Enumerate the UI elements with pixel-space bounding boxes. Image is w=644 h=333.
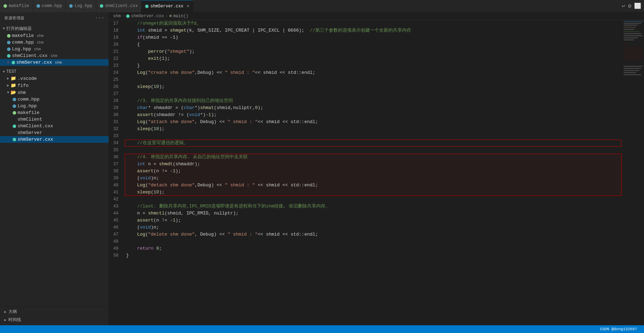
code-line-33 [126,133,623,140]
split-editor-icon[interactable]: ⬜ [634,2,641,9]
sidebar-header-icons: ··· [95,15,104,21]
code-line-50: } [126,252,623,259]
file-icon-shmserver [12,61,15,64]
code-line-25 [126,76,623,83]
breadcrumb-sep1: › [122,14,125,19]
open-file-label-shmclient: shmClient.cxx [12,53,47,58]
section-label-test: TEST [6,69,17,74]
line-number-22: 22 [109,55,121,62]
code-line-38: assert(n != -1); [126,168,623,175]
tab-shmclient[interactable]: shmClient.cxx [96,0,142,12]
sidebar-item-shmserver-bin[interactable]: shmServer [0,129,109,136]
open-file-label-shmserver: shmServer.cxx [17,60,52,65]
sidebar-section-open[interactable]: ▼ 打开的编辑器 [0,24,109,32]
sidebar-header: 资源管理器 ··· [0,12,109,24]
sidebar-item-log-hpp[interactable]: Log.hpp [0,103,109,109]
section-label-open: 打开的编辑器 [6,26,32,32]
sidebar-item-shm[interactable]: ▼ 📂 shm [0,89,109,96]
sidebar-item-shmclient-cxx[interactable]: shmClient.cxx [0,123,109,129]
tab-label-log: Log.hpp [74,4,92,8]
code-container[interactable]: 1718192021222324252627282930313233343536… [109,20,644,325]
sidebar-open-makefile[interactable]: makefile shm [0,32,109,39]
file-dot-shmserver [13,138,16,141]
code-line-40: Log("detach shm done",Debug) << " shmid … [126,182,623,189]
folder-icon-vscode: 📁 [11,76,16,81]
sidebar-item-makefile[interactable]: makefile [0,109,109,116]
open-file-label-makefile: makefile [12,33,34,38]
svg-rect-3 [624,27,636,28]
sidebar-more-icon[interactable]: ··· [95,15,104,21]
timeline-chevron: ▶ [4,318,6,322]
breadcrumb-func-name: main() [173,14,188,19]
tab-label-makefile: makefile [9,4,29,8]
line-number-33: 33 [109,133,121,140]
sidebar-open-log[interactable]: Log.hpp shm [0,46,109,52]
folder-icon-fifo: 📁 [11,83,16,88]
sidebar-item-fifo[interactable]: ▶ 📁 fifo [0,82,109,89]
tab-label-comm: comm.hpp [42,4,62,8]
svg-rect-10 [624,43,626,44]
code-line-18: int shmid = shmget(k, SHM_SIZE, IPC_CREA… [126,27,623,34]
file-dot-empty2 [13,131,16,135]
line-number-41: 41 [109,189,121,196]
line-number-38: 38 [109,168,121,175]
shm-chevron: ▼ [7,91,9,95]
sidebar-item-comm-hpp[interactable]: comm.hpp [0,96,109,103]
tab-close-shmserver[interactable]: × [187,4,189,9]
minimap [623,20,644,325]
line-number-31: 31 [109,119,121,126]
sidebar-outline[interactable]: ▶ 大纲 [4,308,104,316]
timeline-label: 时间线 [8,317,21,323]
sidebar-item-shmclient-bin[interactable]: shmClient [0,116,109,123]
code-line-17: //shmget的返回值取决于fd。 [126,20,623,27]
file-dot-empty1 [13,118,16,121]
tab-shmserver[interactable]: shmServer.cxx × [142,0,193,12]
svg-rect-7 [624,35,643,36]
sidebar-section-test[interactable]: ▼ TEST [0,67,109,75]
code-line-41: sleep(10); [126,189,623,196]
tab-comm-hpp[interactable]: comm.hpp [33,0,66,12]
folder-label-shm: shm [18,90,26,95]
file-label-shmserver-cxx: shmServer.cxx [18,137,53,142]
line-number-39: 39 [109,175,121,182]
tab-log-hpp[interactable]: Log.hpp [66,0,96,12]
code-content: //shmget的返回值取决于fd。 int shmid = shmget(k,… [125,20,623,325]
code-line-24: Log("create shm done",Debug) << " shmid … [126,69,623,76]
sidebar-open-comm[interactable]: comm.hpp shm [0,39,109,46]
sidebar-timeline[interactable]: ▶ 时间线 [4,316,104,324]
code-line-21: perror("shmget"); [126,48,623,55]
breadcrumb-file: shmServer.cxx [131,14,164,19]
line-number-23: 23 [109,62,121,69]
sidebar-open-shmclient[interactable]: shmClient.cxx shm [0,52,109,59]
line-number-25: 25 [109,76,121,83]
line-number-28: 28 [109,97,121,104]
sidebar-item-vscode[interactable]: ▶ 📁 .vscode [0,75,109,82]
code-line-31: Log("attach shm done", Debug) << " shmid… [126,119,623,126]
code-line-22: exit(1); [126,55,623,62]
code-line-32: sleep(10); [126,126,623,133]
outline-chevron: ▶ [4,310,6,314]
code-line-30: assert(shmaddr != (void*)-1); [126,111,623,119]
svg-rect-2 [624,25,638,26]
svg-rect-16 [624,74,641,75]
open-file-dir-makefile: shm [37,34,44,38]
line-number-30: 30 [109,111,121,119]
sidebar-item-shmserver-cxx[interactable]: shmServer.cxx [0,136,109,143]
line-number-46: 46 [109,224,121,231]
tab-bar: makefile comm.hpp Log.hpp shmClient.cxx … [0,0,644,12]
sidebar-open-shmserver[interactable]: × shmServer.cxx shm [0,59,109,66]
file-label-shmserver-bin: shmServer [18,130,42,135]
open-file-dir-comm: shm [37,40,44,45]
line-number-37: 37 [109,161,121,168]
line-number-24: 24 [109,69,121,76]
tab-makefile[interactable]: makefile [0,0,33,12]
file-dot-log [13,104,16,108]
code-line-27 [126,90,623,97]
file-icon-makefile [7,34,11,38]
go-back-icon[interactable]: ↩ [622,2,625,9]
app-root: makefile comm.hpp Log.hpp shmClient.cxx … [0,0,644,333]
file-label-comm: comm.hpp [18,97,39,102]
svg-rect-13 [624,68,641,69]
svg-rect-6 [624,33,641,34]
settings-icon[interactable]: ⚙ [628,2,631,9]
